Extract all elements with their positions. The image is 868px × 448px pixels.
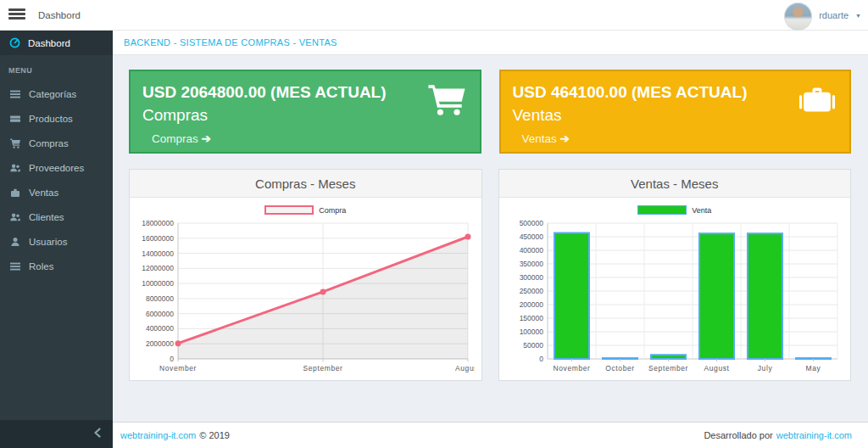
footer-site-link[interactable]: webtraining-it.com bbox=[120, 430, 196, 440]
footer-copyright: © 2019 bbox=[199, 430, 230, 440]
svg-text:50000: 50000 bbox=[523, 341, 543, 350]
navbar-title: Dashbord bbox=[38, 10, 81, 20]
ventas-link[interactable]: Ventas ➔ bbox=[522, 132, 838, 145]
svg-text:300000: 300000 bbox=[519, 273, 543, 282]
cart-icon bbox=[10, 138, 20, 148]
sidebar-item-label: Roles bbox=[29, 261, 53, 272]
cart-icon bbox=[427, 84, 466, 120]
sidebar-item-label: Usuarios bbox=[29, 237, 67, 247]
sidebar-item-label: Productos bbox=[29, 114, 73, 124]
sidebar-item-compras[interactable]: Compras bbox=[0, 131, 113, 155]
sidebar-item-usuarios[interactable]: Usuarios bbox=[0, 229, 113, 254]
sidebar: Dashbord MENU Categorías Productos Compr… bbox=[0, 31, 113, 448]
chart-title-compras: Compras - Meses bbox=[130, 170, 481, 198]
avatar[interactable] bbox=[784, 3, 812, 31]
svg-text:August: August bbox=[704, 364, 729, 372]
svg-text:8000000: 8000000 bbox=[146, 294, 174, 303]
chevron-left-icon bbox=[93, 427, 102, 442]
svg-text:6000000: 6000000 bbox=[146, 310, 174, 318]
sidebar-item-label: Categorías bbox=[29, 89, 76, 99]
bar-chart-ventas: 5000004500004000003500003000002500002000… bbox=[505, 216, 845, 378]
svg-text:12000000: 12000000 bbox=[142, 264, 174, 272]
breadcrumb-bar: BACKEND - SISTEMA DE COMPRAS - VENTAS bbox=[113, 31, 868, 55]
users-icon bbox=[10, 163, 20, 173]
legend-swatch bbox=[637, 205, 687, 215]
ventas-amount: USD 464100.00 (MES ACTUAL) bbox=[513, 83, 838, 102]
briefcase-icon bbox=[798, 84, 836, 120]
hamburger-icon[interactable] bbox=[8, 8, 25, 22]
svg-text:July: July bbox=[757, 364, 772, 372]
sidebar-item-dashboard[interactable]: Dashbord bbox=[0, 31, 113, 55]
svg-text:4000000: 4000000 bbox=[146, 324, 174, 333]
svg-text:18000000: 18000000 bbox=[142, 219, 174, 227]
svg-text:2000000: 2000000 bbox=[146, 339, 174, 348]
sidebar-item-proveedores[interactable]: Proveedores bbox=[0, 155, 113, 180]
svg-text:350000: 350000 bbox=[519, 260, 543, 268]
sidebar-menu-header: MENU bbox=[0, 55, 113, 81]
sidebar-item-clientes[interactable]: Clientes bbox=[0, 204, 113, 229]
svg-text:November: November bbox=[159, 364, 197, 372]
info-box-compras: USD 2064800.00 (MES ACTUAL) Compras Comp… bbox=[129, 70, 481, 154]
legend-label: Venta bbox=[692, 206, 711, 215]
table-icon bbox=[10, 114, 20, 124]
list-icon bbox=[10, 261, 20, 272]
briefcase-icon bbox=[10, 188, 20, 198]
footer: webtraining-it.com © 2019 Desarrollado p… bbox=[113, 422, 868, 448]
svg-text:14000000: 14000000 bbox=[142, 249, 174, 258]
legend-label: Compra bbox=[319, 206, 346, 215]
compras-title: Compras bbox=[142, 106, 468, 125]
svg-text:16000000: 16000000 bbox=[142, 234, 174, 243]
legend-swatch bbox=[264, 205, 314, 215]
svg-text:150000: 150000 bbox=[519, 314, 543, 322]
svg-text:100000: 100000 bbox=[519, 328, 543, 336]
main-content: USD 2064800.00 (MES ACTUAL) Compras Comp… bbox=[113, 55, 868, 422]
svg-text:400000: 400000 bbox=[519, 246, 543, 255]
sidebar-item-label: Ventas bbox=[29, 188, 58, 198]
arrow-right-icon: ➔ bbox=[560, 132, 570, 145]
svg-text:450000: 450000 bbox=[519, 232, 543, 241]
users-icon bbox=[10, 212, 20, 222]
footer-developer-link[interactable]: webtraining-it.com bbox=[776, 430, 852, 440]
footer-developed-by: Desarrollado por bbox=[704, 430, 772, 440]
ventas-title: Ventas bbox=[513, 106, 838, 125]
svg-text:200000: 200000 bbox=[519, 300, 543, 309]
svg-text:500000: 500000 bbox=[519, 219, 543, 227]
chart-title-ventas: Ventas - Meses bbox=[499, 170, 851, 198]
panel-compras-meses: Compras - Meses Compra 18000000160000001… bbox=[129, 169, 482, 381]
user-menu[interactable]: rduarte ▼ bbox=[784, 0, 861, 31]
svg-text:10000000: 10000000 bbox=[142, 279, 174, 288]
sidebar-collapse-button[interactable] bbox=[0, 420, 113, 448]
svg-text:November: November bbox=[553, 364, 590, 372]
caret-down-icon: ▼ bbox=[855, 13, 861, 19]
top-navbar: Dashbord rduarte ▼ bbox=[0, 0, 868, 31]
svg-text:August: August bbox=[455, 364, 475, 372]
username: rduarte bbox=[819, 10, 849, 20]
arrow-right-icon: ➔ bbox=[202, 132, 211, 145]
sidebar-item-productos[interactable]: Productos bbox=[0, 106, 113, 131]
panel-ventas-meses: Ventas - Meses Venta 5000004500004000003… bbox=[498, 169, 852, 381]
sidebar-item-label: Compras bbox=[29, 138, 69, 148]
compras-amount: USD 2064800.00 (MES ACTUAL) bbox=[142, 83, 468, 102]
svg-text:May: May bbox=[805, 364, 821, 372]
info-box-ventas: USD 464100.00 (MES ACTUAL) Ventas Ventas… bbox=[499, 70, 852, 154]
sidebar-item-label: Proveedores bbox=[29, 163, 84, 173]
gauge-icon bbox=[9, 37, 20, 48]
chart-legend-ventas: Venta bbox=[505, 204, 845, 216]
svg-text:October: October bbox=[605, 364, 634, 372]
chart-legend-compras: Compra bbox=[136, 204, 476, 216]
svg-text:0: 0 bbox=[539, 355, 543, 363]
sidebar-item-roles[interactable]: Roles bbox=[0, 254, 113, 278]
svg-text:250000: 250000 bbox=[519, 287, 543, 295]
sidebar-item-ventas[interactable]: Ventas bbox=[0, 180, 113, 204]
line-chart-compras: 1800000016000000140000001200000010000000… bbox=[136, 216, 476, 378]
sidebar-item-label: Dashbord bbox=[28, 38, 70, 48]
compras-link[interactable]: Compras ➔ bbox=[152, 132, 468, 145]
svg-text:0: 0 bbox=[170, 355, 174, 363]
sidebar-item-categorias[interactable]: Categorías bbox=[0, 81, 113, 106]
sidebar-item-label: Clientes bbox=[29, 212, 64, 222]
list-icon bbox=[10, 89, 20, 99]
svg-text:September: September bbox=[303, 364, 343, 372]
user-icon bbox=[10, 237, 20, 247]
breadcrumb[interactable]: BACKEND - SISTEMA DE COMPRAS - VENTAS bbox=[124, 37, 337, 48]
svg-text:September: September bbox=[648, 364, 688, 372]
